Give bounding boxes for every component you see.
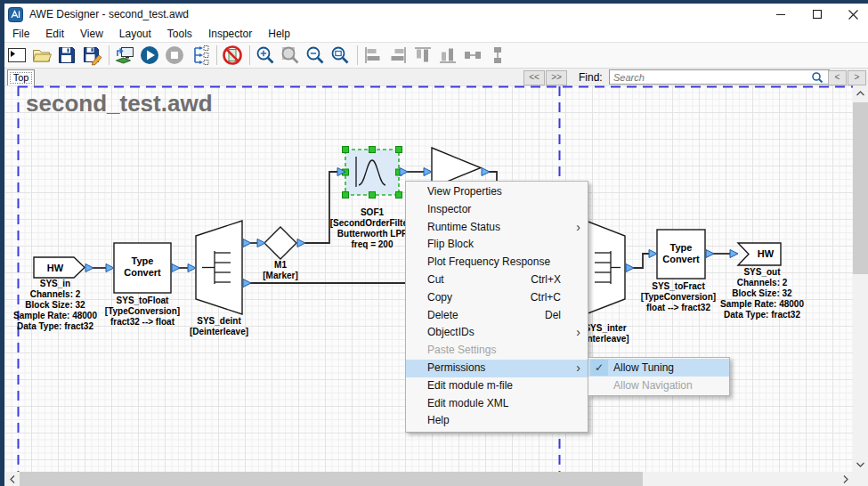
menu-item-plot-frequency-response[interactable]: Plot Frequency Response: [406, 254, 588, 271]
menu-view[interactable]: View: [72, 28, 111, 40]
block-prop: Data Type: fract32: [724, 310, 800, 320]
output-pin[interactable]: [626, 264, 634, 272]
block-m1-marker[interactable]: [264, 227, 296, 259]
connect-to-target-icon[interactable]: [113, 45, 135, 66]
menu-layout[interactable]: Layout: [111, 28, 159, 40]
menu-item-allow-navigation[interactable]: Allow Navigation: [588, 377, 729, 394]
menu-item-edit-module-xml[interactable]: Edit module XML: [406, 395, 588, 413]
design-canvas[interactable]: second_test.awd HW SYS_in Channels: 2 Bl…: [4, 85, 853, 472]
distribute-horizontal-icon[interactable]: [461, 45, 483, 66]
menu-item-delete[interactable]: DeleteDel: [406, 307, 588, 325]
block-label: Convert: [662, 254, 700, 264]
new-icon[interactable]: [5, 45, 28, 66]
scroll-right-icon[interactable]: [838, 472, 853, 486]
zoom-out-icon[interactable]: [304, 45, 326, 66]
block-name: SOF1: [361, 207, 385, 217]
no-entry-icon[interactable]: [221, 45, 243, 66]
tab-top[interactable]: Top: [7, 69, 35, 86]
search-input[interactable]: [609, 69, 830, 85]
play-icon[interactable]: [138, 45, 160, 66]
menu-item-allow-tuning[interactable]: Allow Tuning: [588, 359, 729, 377]
minimize-button[interactable]: [766, 4, 796, 25]
menu-item-runtime-status[interactable]: Runtime Status: [406, 219, 588, 237]
output-pin[interactable]: [400, 168, 408, 176]
scrollbar-corner: [853, 472, 868, 486]
menu-item-paste-settings[interactable]: Paste Settings: [406, 342, 588, 360]
find-next-button[interactable]: >: [848, 70, 866, 85]
block-prop: Block Size: 32: [25, 300, 85, 310]
menu-item-view-properties[interactable]: View Properties: [406, 183, 588, 201]
menu-item-inspector[interactable]: Inspector: [406, 201, 588, 219]
menu-edit[interactable]: Edit: [37, 28, 72, 40]
align-right-icon[interactable]: [386, 45, 409, 66]
horizontal-scroll-thumb[interactable]: [20, 472, 643, 486]
block-prop: fract32 --> float: [110, 317, 175, 327]
zoom-selection-icon[interactable]: [279, 45, 301, 66]
menu-inspector[interactable]: Inspector: [200, 28, 260, 40]
input-pin[interactable]: [649, 250, 657, 258]
close-button[interactable]: [838, 4, 868, 25]
menu-tools[interactable]: Tools: [159, 28, 200, 40]
open-icon[interactable]: [30, 45, 53, 66]
block-prop: float --> fract32: [646, 303, 710, 312]
find-prev-all-button[interactable]: <<: [523, 70, 545, 85]
block-prop: [TypeConversion]: [641, 292, 716, 302]
output-pin[interactable]: [172, 264, 180, 272]
stop-icon[interactable]: [163, 45, 185, 66]
checkmark-icon: [590, 360, 608, 376]
output-pin[interactable]: [297, 239, 305, 247]
vertical-scroll-thumb[interactable]: [853, 102, 868, 274]
block-name: SYS_inter: [584, 323, 626, 333]
input-pin[interactable]: [188, 264, 196, 272]
save-as-icon[interactable]: [80, 45, 102, 66]
menu-item-help[interactable]: Help: [406, 412, 588, 430]
input-pin[interactable]: [730, 250, 738, 258]
menu-item-flip-block[interactable]: Flip Block: [406, 236, 588, 254]
find-prev-button[interactable]: <: [828, 70, 847, 85]
zoom-in-icon[interactable]: [254, 45, 276, 66]
output-pin[interactable]: [85, 264, 93, 272]
input-pin[interactable]: [257, 239, 265, 247]
menu-item-label: Permissions: [427, 360, 485, 377]
scroll-up-icon[interactable]: [853, 85, 868, 101]
toolbar-separator: [249, 45, 250, 65]
output-pin[interactable]: [243, 239, 251, 247]
block-sof1[interactable]: [345, 150, 399, 195]
app-window: AWE Designer - second_test.awd File Edit…: [0, 0, 868, 486]
align-left-icon[interactable]: [361, 45, 384, 66]
output-pin[interactable]: [482, 168, 490, 176]
propagate-changes-icon[interactable]: [188, 45, 210, 66]
align-top-icon[interactable]: [411, 45, 434, 66]
menu-help[interactable]: Help: [260, 28, 298, 40]
align-bottom-icon[interactable]: [436, 45, 458, 66]
horizontal-scrollbar[interactable]: [4, 472, 853, 486]
menu-bar: File Edit View Layout Tools Inspector He…: [4, 25, 868, 43]
menu-item-edit-module-m-file[interactable]: Edit module m-file: [406, 377, 588, 395]
menu-item-label: Inspector: [427, 201, 471, 219]
context-menu: View Properties Inspector Runtime Status…: [405, 181, 588, 433]
maximize-button[interactable]: [802, 4, 832, 25]
block-label: Type: [670, 242, 693, 253]
menu-item-permissions[interactable]: Permissions: [406, 360, 588, 377]
scroll-left-icon[interactable]: [4, 472, 20, 486]
find-next-all-button[interactable]: >>: [546, 70, 567, 85]
app-logo-icon: [8, 7, 23, 22]
menu-item-cut[interactable]: CutCtrl+X: [406, 271, 588, 289]
menu-item-label: Delete: [427, 307, 458, 325]
output-pin[interactable]: [706, 250, 714, 258]
menu-file[interactable]: File: [4, 28, 37, 40]
zoom-fit-icon[interactable]: [329, 45, 351, 66]
scroll-down-icon[interactable]: [853, 457, 868, 472]
menu-item-copy[interactable]: CopyCtrl+C: [406, 289, 588, 307]
input-pin[interactable]: [424, 168, 432, 176]
distribute-vertical-icon[interactable]: [486, 45, 508, 66]
input-pin[interactable]: [106, 264, 114, 272]
block-sys-in-label: HW: [47, 263, 64, 273]
output-pin[interactable]: [243, 279, 251, 288]
maximize-icon: [813, 10, 823, 20]
vertical-scrollbar[interactable]: [853, 85, 868, 472]
menu-item-objectids[interactable]: ObjectIDs: [406, 324, 588, 342]
search-icon: [811, 71, 823, 84]
block-label: Type: [132, 255, 154, 266]
save-icon[interactable]: [55, 45, 77, 66]
